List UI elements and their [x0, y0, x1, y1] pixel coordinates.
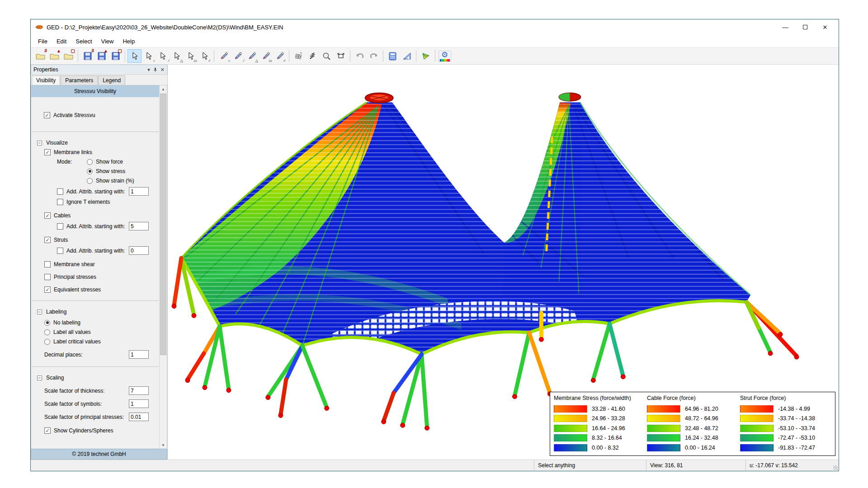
scroll-down-icon[interactable]: ▼ — [160, 441, 167, 449]
tool-bar: # ▲ ▢ # ▲ ▢ ○ ∕ △ — [31, 47, 839, 65]
resize-grip[interactable] — [833, 465, 838, 470]
show-strain-radio[interactable] — [87, 178, 93, 184]
panel-close-icon[interactable]: ✕ — [160, 67, 165, 73]
set-square-icon[interactable] — [400, 49, 414, 63]
label-all-radio[interactable] — [44, 329, 50, 335]
rect-subicon: ▭ — [193, 59, 197, 63]
undo-icon[interactable] — [353, 49, 367, 63]
cables-add-attrib-label: Add. Attrib. starting with: — [66, 223, 125, 230]
menu-view[interactable]: View — [97, 36, 118, 47]
draw-edge-icon[interactable]: ∕ — [231, 49, 245, 63]
menu-file[interactable]: File — [33, 36, 52, 47]
node-subicon: ○ — [228, 59, 230, 63]
rect-overlay: ▢ — [118, 49, 122, 53]
struts-add-attrib-input[interactable] — [129, 246, 149, 255]
menu-help[interactable]: Help — [118, 36, 139, 47]
zoom-tool-icon[interactable] — [320, 49, 334, 63]
pin-icon[interactable] — [153, 67, 157, 72]
scrollbar-thumb[interactable] — [160, 94, 166, 355]
orbit-tool-icon[interactable] — [292, 49, 306, 63]
maximize-button[interactable] — [795, 21, 815, 33]
save-hash-icon[interactable]: # — [80, 49, 94, 63]
legend-color-bar — [647, 434, 680, 441]
tab-parameters[interactable]: Parameters — [61, 75, 98, 85]
principal-scale-input[interactable] — [129, 413, 149, 421]
stressvu-settings-icon[interactable]: ⚙ — [438, 49, 452, 63]
select-rect-icon[interactable]: ▭ — [184, 49, 198, 63]
save-rect-icon[interactable]: ▢ — [108, 49, 123, 63]
select-edge-icon[interactable]: ∕ — [156, 49, 170, 63]
open-triangle-icon[interactable]: ▲ — [47, 49, 61, 63]
legend-color-bar — [740, 425, 774, 432]
struts-label: Struts — [54, 237, 68, 243]
save-triangle-icon[interactable]: ▲ — [94, 49, 108, 63]
cables-add-attrib-input[interactable] — [129, 222, 149, 230]
cables-label: Cables — [54, 212, 71, 219]
membrane-add-attrib-input[interactable] — [129, 187, 149, 196]
toolbar-separator — [125, 50, 125, 62]
draw-node-icon[interactable]: ○ — [217, 49, 231, 63]
scroll-up-icon[interactable]: ▲ — [160, 85, 167, 93]
equivalent-stresses-checkbox[interactable]: ✓ — [44, 286, 51, 293]
menu-edit[interactable]: Edit — [52, 36, 71, 47]
select-poly-icon[interactable]: ✓ — [198, 49, 212, 63]
draw-rect-icon[interactable]: ▭ — [259, 49, 273, 63]
title-bar[interactable]: GED - D:\2_Projekte\Easy\2020\03_26_Webs… — [31, 19, 839, 35]
tab-legend[interactable]: Legend — [98, 75, 125, 85]
thickness-input[interactable] — [129, 386, 149, 395]
legend-color-bar — [554, 415, 587, 422]
label-critical-radio[interactable] — [44, 339, 50, 345]
calculator-icon[interactable] — [386, 49, 400, 63]
activate-stressvu-checkbox[interactable]: ✓ — [44, 112, 50, 118]
close-button[interactable]: ✕ — [815, 21, 835, 33]
membrane-links-checkbox[interactable]: ✓ — [44, 149, 51, 155]
legend-range: -91.83 - -72.47 — [778, 445, 815, 451]
viewport-3d[interactable]: Membrane Stress (force/width) 33.28 - 41… — [168, 65, 839, 460]
edge-subicon: ∕ — [169, 59, 169, 63]
membrane-add-attrib-checkbox[interactable] — [57, 188, 63, 195]
window-title: GED - D:\2_Projekte\Easy\2020\03_26_Webs… — [47, 24, 283, 31]
cables-add-attrib-checkbox[interactable] — [57, 223, 63, 230]
select-tool-icon[interactable] — [127, 49, 142, 63]
struts-checkbox[interactable]: ✓ — [44, 237, 51, 243]
label-critical-label: Label critical values — [53, 338, 101, 345]
panel-scrollbar[interactable]: ▲ ▼ — [159, 85, 167, 449]
panel-dropdown-icon[interactable]: ▾ — [147, 67, 150, 73]
ignore-t-label: Ignore T elements — [66, 199, 110, 205]
open-rect-icon[interactable]: ▢ — [61, 49, 75, 63]
panel-title-bar[interactable]: Properties ▾ ✕ — [31, 65, 167, 75]
no-labeling-radio[interactable] — [44, 320, 50, 326]
decimal-places-input[interactable] — [129, 350, 149, 359]
tab-visibility[interactable]: Visibility — [32, 75, 60, 85]
triangle-subicon: △ — [180, 59, 183, 63]
redo-icon[interactable] — [367, 49, 381, 63]
zoom-extents-icon[interactable] — [334, 49, 348, 63]
equivalent-stresses-label: Equivalent stresses — [54, 286, 101, 293]
collapse-icon[interactable]: − — [37, 141, 42, 145]
membrane-shear-checkbox[interactable] — [44, 261, 51, 267]
struts-add-attrib-checkbox[interactable] — [57, 248, 63, 254]
symbols-input[interactable] — [129, 399, 149, 408]
show-cylinders-checkbox[interactable]: ✓ — [44, 427, 51, 434]
collapse-icon[interactable]: − — [37, 310, 42, 314]
select-triangle-icon[interactable]: △ — [170, 49, 184, 63]
legend-color-bar — [554, 444, 587, 451]
legend-range: 32.48 - 48.72 — [685, 425, 718, 432]
draw-check-icon[interactable]: ✓ — [273, 49, 287, 63]
select-node-icon[interactable]: ○ — [142, 49, 156, 63]
minimize-button[interactable]: — — [775, 21, 795, 33]
burst-tool-icon[interactable] — [306, 49, 320, 63]
principal-stresses-checkbox[interactable] — [44, 274, 51, 280]
ignore-t-checkbox[interactable] — [57, 199, 63, 205]
show-force-radio[interactable] — [87, 159, 93, 165]
legend-range: 16.64 - 24.96 — [592, 425, 625, 432]
menu-select[interactable]: Select — [71, 36, 96, 47]
mesh-view-icon[interactable] — [419, 49, 433, 63]
draw-triangle-icon[interactable]: △ — [245, 49, 259, 63]
collapse-icon[interactable]: − — [37, 375, 42, 380]
open-hash-icon[interactable]: # — [33, 49, 47, 63]
show-stress-radio[interactable] — [87, 169, 93, 174]
properties-panel: Properties ▾ ✕ Visibility Parameters Leg… — [31, 65, 168, 460]
cables-checkbox[interactable]: ✓ — [44, 212, 51, 219]
left-cone-cap — [365, 93, 393, 103]
